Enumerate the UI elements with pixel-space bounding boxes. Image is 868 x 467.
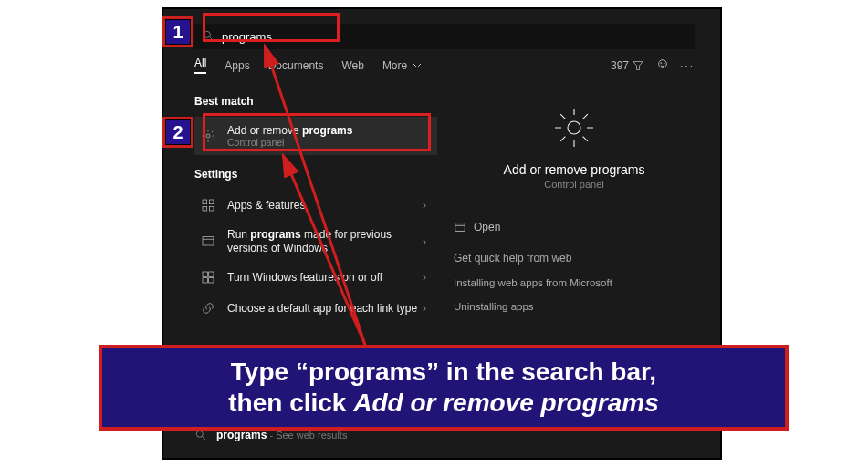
tab-more-label: More <box>382 59 407 72</box>
svg-point-19 <box>196 431 203 437</box>
svg-point-6 <box>206 134 210 138</box>
preview-title: Add or remove programs <box>454 162 695 177</box>
settings-label: Settings <box>194 168 437 181</box>
svg-line-1 <box>210 36 214 40</box>
tab-web[interactable]: Web <box>341 59 363 72</box>
apps-icon <box>200 197 216 213</box>
preview-sub: Control panel <box>454 179 695 190</box>
best-match-result[interactable]: Add or remove programs Control panel <box>194 117 437 155</box>
chevron-right-icon: › <box>423 199 432 212</box>
result-windows-features[interactable]: Turn Windows features on or off › <box>194 262 437 293</box>
result-default-app-link[interactable]: Choose a default app for each link type … <box>194 293 437 324</box>
chevron-right-icon: › <box>423 235 432 248</box>
result-title: Turn Windows features on or off <box>227 271 423 284</box>
annotation-caption: Type “programs” in the search bar, then … <box>99 345 789 431</box>
svg-point-5 <box>664 63 664 64</box>
filter-tabs: All Apps Documents Web More 397 ··· <box>194 57 706 74</box>
svg-rect-9 <box>203 207 207 212</box>
chevron-right-icon: › <box>423 271 432 284</box>
result-title: Run programs made for previous versions … <box>227 228 423 254</box>
quick-help-item[interactable]: Uninstalling apps <box>454 301 695 312</box>
svg-rect-15 <box>203 278 207 283</box>
filter-icon <box>633 60 643 71</box>
svg-point-4 <box>661 63 662 64</box>
result-count[interactable]: 397 <box>611 59 643 72</box>
web-result-text: programs - See web results <box>216 429 347 441</box>
preview-pane: Add or remove programs Control panel Ope… <box>454 89 695 312</box>
search-icon <box>194 429 207 441</box>
more-options-icon[interactable]: ··· <box>680 59 695 72</box>
result-title: Choose a default app for each link type <box>227 302 423 315</box>
tab-apps[interactable]: Apps <box>225 59 249 72</box>
open-label: Open <box>474 221 500 234</box>
chevron-right-icon: › <box>423 302 432 315</box>
svg-point-0 <box>204 31 210 37</box>
svg-line-20 <box>203 437 206 441</box>
tab-all[interactable]: All <box>194 57 206 74</box>
best-match-label: Best match <box>194 95 437 108</box>
gear-icon <box>200 128 216 144</box>
chevron-down-icon <box>413 61 422 70</box>
open-action[interactable]: Open <box>454 221 695 234</box>
svg-rect-18 <box>455 223 465 232</box>
result-count-number: 397 <box>611 59 629 72</box>
svg-rect-16 <box>209 278 214 283</box>
svg-marker-2 <box>633 61 643 69</box>
search-input[interactable] <box>222 30 687 44</box>
caption-em: Add or remove programs <box>353 389 659 417</box>
compat-icon <box>200 234 216 250</box>
quick-help-item[interactable]: Installing web apps from Microsoft <box>454 277 695 288</box>
annotation-badge-1: 1 <box>162 16 193 47</box>
svg-rect-8 <box>209 200 214 204</box>
svg-rect-10 <box>209 207 214 212</box>
annotation-badge-2: 2 <box>162 117 193 148</box>
search-icon <box>202 29 214 45</box>
feedback-icon[interactable] <box>656 57 669 73</box>
svg-point-17 <box>568 121 580 134</box>
result-title: Apps & features <box>227 199 423 212</box>
open-icon <box>454 221 466 234</box>
search-bar[interactable] <box>194 24 695 49</box>
best-match-title: Add or remove programs <box>227 124 432 137</box>
tab-more[interactable]: More <box>382 59 422 72</box>
quick-help-header: Get quick help from web <box>454 252 695 265</box>
gear-icon-large <box>549 102 600 153</box>
result-run-programs-compat[interactable]: Run programs made for previous versions … <box>194 221 437 262</box>
windows-icon <box>200 269 216 285</box>
best-match-sub: Control panel <box>227 137 432 148</box>
results-column: Best match Add or remove programs Contro… <box>194 89 437 324</box>
result-apps-features[interactable]: Apps & features › <box>194 190 437 221</box>
svg-rect-14 <box>209 272 214 276</box>
svg-rect-11 <box>203 236 214 244</box>
web-results-row[interactable]: programs - See web results <box>194 429 347 441</box>
svg-rect-13 <box>203 272 207 276</box>
svg-rect-7 <box>203 200 207 204</box>
tab-documents[interactable]: Documents <box>268 59 324 72</box>
link-icon <box>200 300 216 317</box>
